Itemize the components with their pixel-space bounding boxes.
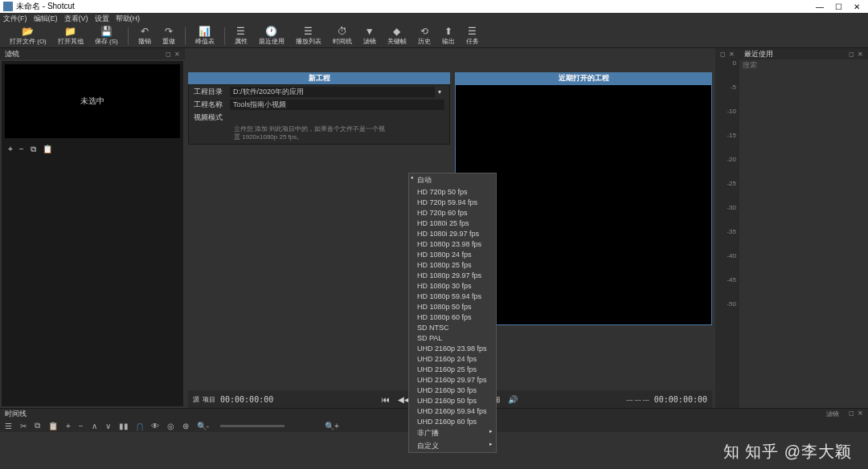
video-mode-option[interactable]: UHD 2160p 23.98 fps (409, 343, 496, 353)
remove-icon[interactable]: − (79, 422, 84, 430)
remove-button[interactable]: − (19, 145, 24, 154)
video-mode-option[interactable]: 自定义 (409, 439, 496, 452)
zoom-out-button[interactable]: 🔍- (197, 422, 209, 430)
panel-undock-icon[interactable]: ◻ (849, 51, 854, 58)
panel-undock-icon[interactable]: ◻ (720, 51, 726, 58)
video-mode-option[interactable]: HD 1080p 59.94 fps (409, 291, 496, 301)
video-mode-option[interactable]: HD 1080p 30 fps (409, 280, 496, 291)
video-mode-option[interactable]: UHD 2160p 59.94 fps (409, 406, 496, 416)
video-mode-option[interactable]: HD 720p 50 fps (409, 186, 496, 197)
panel-undock-icon[interactable]: ◻ (849, 410, 854, 418)
video-mode-option[interactable]: UHD 2160p 24 fps (409, 353, 496, 364)
video-mode-option[interactable]: HD 1080p 25 fps (409, 259, 496, 270)
up-icon[interactable]: ∧ (92, 422, 97, 430)
zoom-in-button[interactable]: 🔍+ (325, 422, 339, 430)
volume-button[interactable]: 🔊 (508, 395, 518, 404)
skip-start-button[interactable]: ⏮ (382, 395, 390, 404)
redo-button[interactable]: ↷重做 (158, 26, 180, 46)
split-icon[interactable]: ▮▮ (119, 422, 129, 430)
menu-help[interactable]: 帮助(H) (116, 14, 141, 24)
video-mode-option[interactable]: UHD 2160p 29.97 fps (409, 374, 496, 385)
timeline-icon: ⏱ (337, 26, 348, 37)
maximize-button[interactable]: ☐ (835, 2, 842, 11)
menu-edit[interactable]: 编辑(E) (34, 14, 58, 24)
history-button[interactable]: ⟲历史 (413, 26, 436, 46)
video-mode-option[interactable]: HD 720p 60 fps (409, 207, 496, 218)
undo-button[interactable]: ↶撤销 (133, 26, 156, 46)
properties-button[interactable]: ☰属性 (230, 26, 252, 46)
paste-icon[interactable]: 📋 (48, 422, 58, 430)
project-name-input[interactable] (230, 100, 444, 110)
paste-button[interactable]: 📋 (43, 145, 52, 154)
open-file-button[interactable]: 📂打开文件 (O) (5, 26, 51, 46)
ripple-icon[interactable]: ◎ (167, 422, 174, 430)
menu-icon[interactable]: ☰ (5, 422, 12, 430)
panel-close-icon[interactable]: ✕ (858, 410, 863, 418)
scrub-icon[interactable]: 👁 (151, 422, 159, 430)
minimize-button[interactable]: — (816, 2, 824, 11)
video-mode-option[interactable]: 非广播 (409, 426, 496, 439)
ruler-tick: -15 (715, 132, 739, 156)
export-button[interactable]: ⬆输出 (437, 26, 460, 46)
add-button[interactable]: + (8, 145, 13, 154)
tab-source[interactable]: 源 (193, 395, 199, 404)
redo-icon: ↷ (163, 26, 174, 37)
titlebar: 未命名 - Shotcut — ☐ ✕ (0, 0, 868, 13)
video-mode-option[interactable]: HD 1080p 23.98 fps (409, 239, 496, 249)
zoom-out-icon[interactable]: --- --- --- (626, 396, 649, 403)
menu-view[interactable]: 查看(V) (64, 14, 88, 24)
video-mode-option[interactable]: HD 1080p 50 fps (409, 301, 496, 312)
video-mode-option[interactable]: UHD 2160p 30 fps (409, 385, 496, 395)
video-mode-option[interactable]: HD 1080i 25 fps (409, 218, 496, 228)
video-mode-option[interactable]: HD 1080p 24 fps (409, 249, 496, 259)
cut-icon[interactable]: ✂ (20, 422, 27, 430)
video-mode-option[interactable]: 自动 (409, 173, 496, 186)
tab-project[interactable]: 项目 (203, 395, 215, 404)
panel-close-icon[interactable]: ✕ (729, 51, 735, 58)
video-mode-option[interactable]: SD PAL (409, 332, 496, 343)
video-mode-option[interactable]: UHD 2160p 60 fps (409, 416, 496, 426)
video-mode-option[interactable]: HD 720p 59.94 fps (409, 197, 496, 207)
video-mode-option[interactable]: SD NTSC (409, 322, 496, 332)
folder-icon: 📂 (23, 26, 34, 37)
recent-button[interactable]: 🕐最近使用 (254, 26, 289, 46)
video-mode-option[interactable]: HD 1080i 29.97 fps (409, 228, 496, 239)
close-button[interactable]: ✕ (854, 2, 860, 11)
dir-browse-button[interactable]: ▾ (435, 88, 444, 96)
playlist-button[interactable]: ☰播放列表 (291, 26, 326, 46)
menu-settings[interactable]: 设置 (95, 14, 109, 24)
properties-icon: ☰ (235, 26, 247, 37)
open-other-button[interactable]: 📁打开其他 (53, 26, 88, 46)
timeline-button[interactable]: ⏱时间线 (328, 26, 357, 46)
panel-undock-icon[interactable]: ◻ (166, 51, 171, 58)
panel-close-icon[interactable]: ✕ (174, 51, 180, 58)
recent-used-panel: 最近使用 ◻✕ (739, 48, 868, 408)
save-button[interactable]: 💾保存 (S) (90, 26, 123, 46)
video-mode-option[interactable]: HD 1080p 29.97 fps (409, 270, 496, 280)
snap-icon[interactable]: ⋂ (137, 422, 143, 430)
panel-close-icon[interactable]: ✕ (858, 51, 863, 58)
copy-icon[interactable]: ⧉ (35, 421, 40, 430)
search-input[interactable] (743, 61, 865, 69)
menu-file[interactable]: 文件(F) (3, 14, 27, 24)
video-mode-option[interactable]: UHD 2160p 50 fps (409, 395, 496, 406)
add-icon[interactable]: + (66, 422, 71, 430)
copy-button[interactable]: ⧉ (31, 145, 36, 154)
filters-button[interactable]: ▼滤镜 (358, 26, 381, 46)
project-dir-input[interactable] (230, 87, 435, 97)
video-mode-option[interactable]: HD 1080p 60 fps (409, 312, 496, 322)
video-mode-option[interactable]: UHD 2160p 25 fps (409, 364, 496, 374)
preview-area: 未选中 (5, 64, 180, 138)
zoom-slider[interactable] (220, 425, 285, 427)
ripple-all-icon[interactable]: ⊛ (182, 422, 189, 430)
keyframes-button[interactable]: ◆关键帧 (383, 26, 411, 46)
jobs-button[interactable]: ☰任务 (461, 26, 484, 46)
panel-title: 滤镜 (5, 49, 19, 59)
recent-used-title: 最近使用 (744, 49, 773, 59)
down-icon[interactable]: ∨ (105, 422, 111, 430)
window-title: 未命名 - Shotcut (16, 1, 75, 12)
video-mode-dropdown[interactable]: 自动HD 720p 50 fpsHD 720p 59.94 fpsHD 720p… (408, 173, 497, 453)
peak-table-button[interactable]: 📊峰值表 (190, 26, 219, 46)
current-time: 00:00:00:00 (220, 395, 273, 404)
menubar: 文件(F) 编辑(E) 查看(V) 设置 帮助(H) (0, 13, 868, 24)
